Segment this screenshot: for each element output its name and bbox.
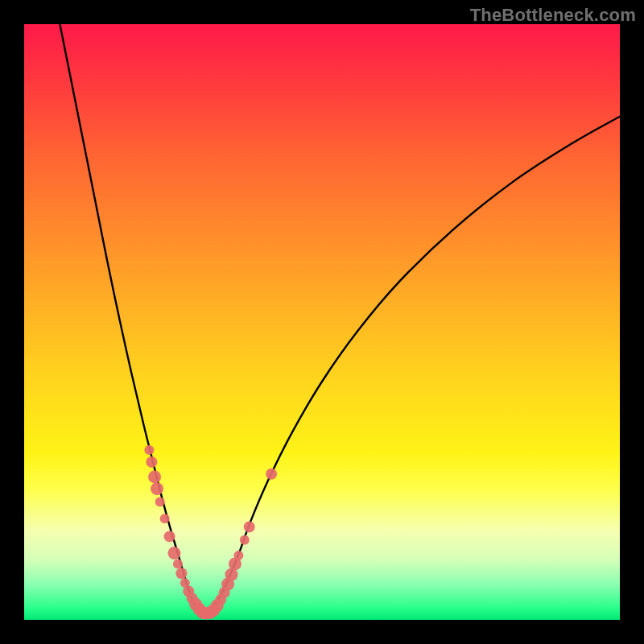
data-point: [146, 456, 157, 468]
data-point: [266, 469, 277, 480]
data-point: [144, 445, 154, 455]
data-point: [233, 551, 243, 560]
curve-right-branch: [203, 117, 620, 617]
data-point: [151, 482, 163, 495]
curve-left-branch: [60, 24, 203, 617]
data-point: [244, 522, 255, 533]
data-point: [240, 535, 250, 545]
data-point: [167, 547, 180, 559]
data-point: [160, 514, 170, 523]
watermark-text: TheBottleneck.com: [470, 5, 636, 26]
data-point: [155, 497, 165, 506]
bottleneck-chart: [24, 24, 620, 620]
data-point: [175, 568, 187, 579]
data-point: [173, 559, 183, 568]
data-point: [164, 530, 175, 542]
data-point: [148, 470, 161, 483]
plot-area: [24, 24, 620, 620]
